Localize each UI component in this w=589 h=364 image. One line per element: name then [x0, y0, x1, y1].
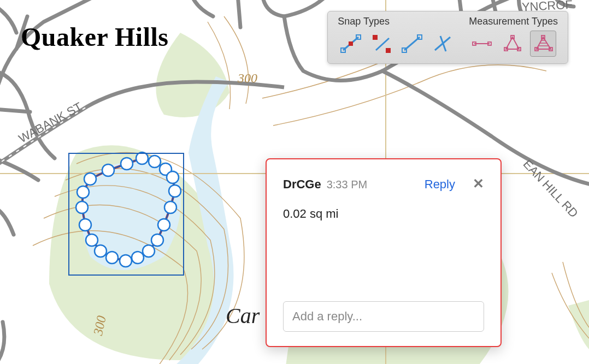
svg-point-2 — [84, 173, 96, 185]
measurement-types-heading: Measurement Types — [469, 16, 558, 27]
svg-rect-28 — [386, 48, 391, 53]
svg-point-20 — [76, 201, 88, 213]
svg-point-18 — [86, 234, 98, 246]
svg-point-15 — [120, 255, 132, 267]
svg-point-16 — [106, 252, 118, 264]
snap-type-midpoint-button[interactable] — [399, 31, 425, 57]
svg-point-14 — [132, 252, 144, 264]
snap-type-endpoint-button[interactable] — [338, 31, 364, 57]
svg-point-12 — [151, 234, 163, 246]
comment-author: DrCGe — [283, 177, 321, 192]
comment-body: 0.02 sq mi — [283, 207, 484, 221]
snap-type-intersection-button[interactable] — [429, 31, 456, 57]
comment-timestamp: 3:33 PM — [327, 178, 367, 191]
svg-point-8 — [167, 171, 179, 183]
svg-rect-27 — [373, 35, 378, 40]
snap-type-vertex-button[interactable] — [368, 31, 394, 57]
snap-measure-toolbar: Snap Types Measurement Types — [327, 11, 568, 64]
svg-point-17 — [95, 245, 107, 257]
svg-point-4 — [121, 158, 133, 170]
measure-distance-button[interactable] — [469, 31, 495, 57]
svg-point-5 — [136, 152, 148, 164]
map-title: Quaker Hills — [21, 22, 169, 52]
svg-point-19 — [79, 219, 91, 231]
svg-point-9 — [169, 185, 181, 197]
svg-point-6 — [149, 156, 161, 168]
place-label-partial: Car — [226, 303, 260, 329]
svg-point-3 — [102, 164, 114, 176]
svg-line-33 — [440, 36, 446, 51]
reply-link[interactable]: Reply — [425, 177, 455, 192]
comment-card: DrCGe 3:33 PM Reply ✕ 0.02 sq mi — [266, 158, 502, 347]
svg-point-21 — [77, 186, 89, 198]
snap-types-heading: Snap Types — [338, 16, 456, 27]
measure-perimeter-button[interactable] — [499, 31, 526, 57]
measure-area-button[interactable] — [530, 31, 556, 57]
close-icon[interactable]: ✕ — [473, 177, 484, 190]
reply-input[interactable] — [283, 301, 484, 332]
contour-label: 300 — [238, 71, 257, 86]
svg-rect-25 — [349, 41, 353, 46]
svg-point-13 — [143, 245, 155, 257]
svg-point-10 — [164, 201, 176, 213]
svg-point-11 — [158, 219, 170, 231]
